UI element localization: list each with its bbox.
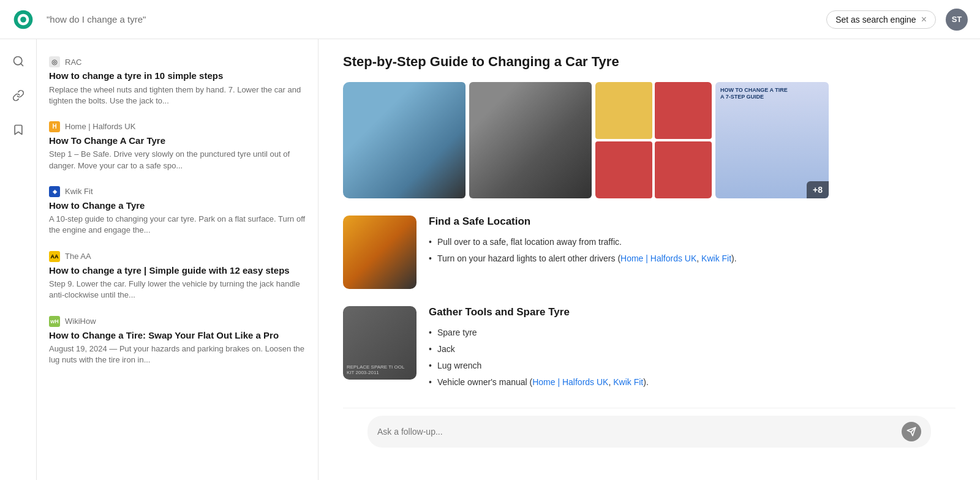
section-body-find-safe-location: Find a Safe Location Pull over to a safe…: [429, 216, 956, 267]
main-layout: ◎ RAC How to change a tyre in 10 simple …: [0, 39, 980, 480]
result-item[interactable]: H Home | Halfords UK How To Change A Car…: [37, 114, 318, 179]
follow-up-input[interactable]: [377, 427, 902, 437]
user-avatar[interactable]: ST: [946, 9, 968, 31]
image-sub-3[interactable]: [595, 141, 652, 198]
section-list: Spare tyre Jack Lug wrench Vehicle owner…: [429, 324, 956, 391]
result-title: How to Change a Tire: Swap Your Flat Out…: [49, 329, 306, 342]
link-halfords[interactable]: Home | Halfords UK: [620, 253, 696, 263]
content-panel: Step-by-Step Guide to Changing a Car Tyr…: [318, 39, 980, 480]
image-sub-1[interactable]: [595, 82, 652, 139]
section-body-gather-tools: Gather Tools and Spare Tyre Spare tyre J…: [429, 306, 956, 391]
list-item: Jack: [429, 341, 956, 358]
header: "how do I change a tyre" Set as search e…: [0, 0, 980, 39]
source-name: RAC: [65, 58, 81, 67]
source-favicon-halfords: H: [49, 121, 60, 132]
source-favicon-wikihow: wH: [49, 316, 60, 327]
follow-up-bar: [343, 408, 956, 457]
result-snippet: A 10-step guide to changing your car tyr…: [49, 214, 306, 236]
result-source: AA The AA: [49, 251, 306, 262]
image-car-tyre[interactable]: [469, 82, 592, 198]
section-find-safe-location: Find a Safe Location Pull over to a safe…: [343, 216, 956, 289]
source-favicon-kwikfit: ◈: [49, 186, 60, 197]
result-item[interactable]: ◎ RAC How to change a tyre in 10 simple …: [37, 49, 318, 114]
section-thumb-car: [343, 216, 417, 289]
image-small-grid: [595, 82, 712, 198]
sidebar-item-search[interactable]: [9, 51, 28, 71]
source-name: The AA: [65, 252, 91, 261]
sidebar-icons: [0, 39, 37, 480]
link-halfords-tools[interactable]: Home | Halfords UK: [532, 377, 608, 387]
image-man-tyre[interactable]: [343, 82, 466, 198]
app-logo: [12, 9, 34, 31]
sidebar-item-bookmark[interactable]: [9, 120, 28, 140]
link-kwikfit[interactable]: Kwik Fit: [701, 253, 731, 263]
result-item[interactable]: wH WikiHow How to Change a Tire: Swap Yo…: [37, 309, 318, 373]
sidebar-item-link[interactable]: [9, 86, 28, 105]
source-favicon-aa: AA: [49, 251, 60, 262]
list-item: Turn on your hazard lights to alert othe…: [429, 250, 956, 267]
result-snippet: Step 1 – Be Safe. Drive very slowly on t…: [49, 149, 306, 171]
image-infographic[interactable]: HOW TO CHANGE A TIREA 7-STEP GUIDE +8: [715, 82, 829, 198]
result-title: How To Change A Car Tyre: [49, 135, 306, 147]
search-query-display: "how do I change a tyre": [47, 14, 826, 24]
follow-up-input-wrapper: [368, 416, 931, 448]
section-thumb-tools: REPLACE SPARE TI OOL KIT 2003-2011: [343, 306, 417, 380]
images-more-count[interactable]: +8: [807, 181, 829, 198]
list-item: Lug wrench: [429, 358, 956, 374]
list-item: Spare tyre: [429, 324, 956, 341]
result-snippet: August 19, 2024 — Put your hazards and p…: [49, 343, 306, 366]
image-sub-4[interactable]: [655, 141, 712, 198]
image-sub-2[interactable]: [655, 82, 712, 139]
source-favicon-rac: ◎: [49, 56, 60, 67]
images-grid: HOW TO CHANGE A TIREA 7-STEP GUIDE +8: [343, 82, 956, 198]
result-snippet: Replace the wheel nuts and tighten them …: [49, 84, 306, 107]
result-source: H Home | Halfords UK: [49, 121, 306, 132]
source-name: Home | Halfords UK: [65, 122, 135, 131]
set-as-search-engine-label: Set as search engine: [835, 15, 916, 24]
svg-line-1: [20, 64, 23, 66]
result-snippet: Step 9. Lower the car. Fully lower the v…: [49, 279, 306, 301]
result-title: How to Change a Tyre: [49, 200, 306, 212]
section-gather-tools: REPLACE SPARE TI OOL KIT 2003-2011 Gathe…: [343, 306, 956, 391]
close-icon[interactable]: ×: [921, 15, 927, 24]
section-title: Find a Safe Location: [429, 216, 956, 228]
result-source: ◈ Kwik Fit: [49, 186, 306, 197]
result-title: How to change a tyre | Simple guide with…: [49, 264, 306, 277]
results-panel: ◎ RAC How to change a tyre in 10 simple …: [37, 39, 318, 480]
set-as-search-engine-button[interactable]: Set as search engine ×: [826, 10, 936, 29]
section-list: Pull over to a safe, flat location away …: [429, 234, 956, 267]
content-title: Step-by-Step Guide to Changing a Car Tyr…: [343, 54, 956, 70]
result-item[interactable]: AA The AA How to change a tyre | Simple …: [37, 244, 318, 309]
result-source: ◎ RAC: [49, 56, 306, 67]
section-title: Gather Tools and Spare Tyre: [429, 306, 956, 318]
list-item: Pull over to a safe, flat location away …: [429, 234, 956, 250]
source-name: WikiHow: [65, 317, 96, 326]
link-kwikfit-tools[interactable]: Kwik Fit: [613, 377, 643, 387]
result-title: How to change a tyre in 10 simple steps: [49, 70, 306, 82]
result-source: wH WikiHow: [49, 316, 306, 327]
list-item: Vehicle owner's manual (Home | Halfords …: [429, 374, 956, 391]
source-name: Kwik Fit: [65, 187, 93, 196]
send-button[interactable]: [902, 422, 921, 441]
result-item[interactable]: ◈ Kwik Fit How to Change a Tyre A 10-ste…: [37, 179, 318, 244]
